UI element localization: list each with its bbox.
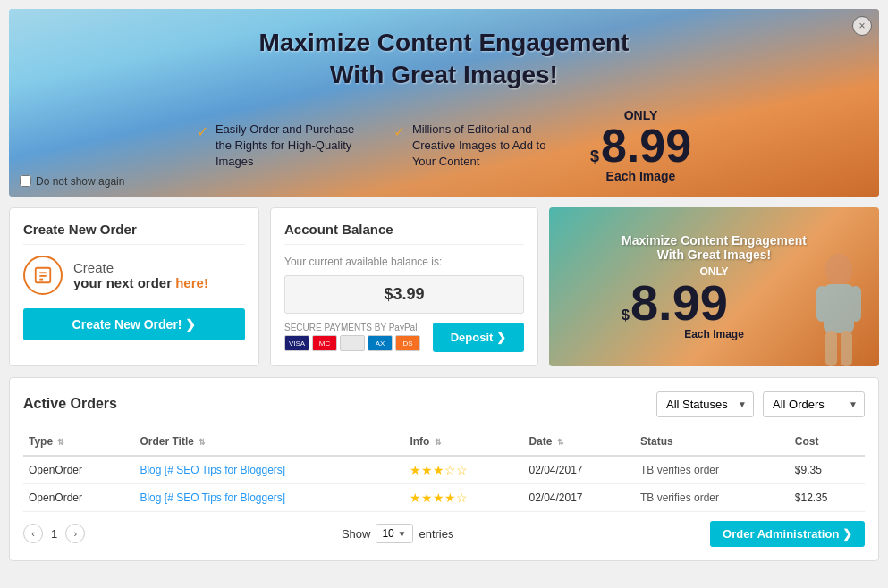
show-label: Show [342, 527, 371, 541]
orders-title: Active Orders [23, 396, 647, 412]
ad-title: Maximize Content Engagement With Great I… [622, 233, 807, 262]
entries-label: entries [419, 527, 453, 541]
card3-icon [340, 335, 365, 351]
cell-status: TB verifies order [635, 483, 790, 511]
order-title-link[interactable]: Blog [# SEO Tips for Bloggers] [140, 464, 285, 476]
banner-features: ✓ Easily Order and Purchase the Rights f… [36, 108, 852, 183]
ad-price-row: $ 8.99 [622, 278, 807, 328]
order-here-link[interactable]: here! [175, 275, 208, 290]
order-type-filter[interactable]: All Orders OpenOrder ClosedOrder [763, 391, 865, 417]
order-line2-prefix: your next order [73, 275, 175, 290]
sort-info-icon[interactable]: ⇅ [435, 438, 442, 447]
sort-date-icon[interactable]: ⇅ [557, 438, 564, 447]
svg-point-4 [825, 254, 852, 286]
payment-row: SECURE PAYMENTS BY PayPal VISA MC AX DS … [284, 323, 524, 352]
create-order-card: Create New Order Create your next order … [9, 207, 259, 366]
col-info: Info ⇅ [404, 428, 523, 456]
discover-icon: DS [395, 335, 420, 351]
orders-table: Type ⇅ Order Title ⇅ Info ⇅ Date ⇅ [23, 428, 865, 512]
cell-title: Blog [# SEO Tips for Bloggers] [134, 456, 404, 484]
account-balance-card: Account Balance Your current available b… [270, 207, 538, 366]
paypal-label: SECURE PAYMENTS BY PayPal [284, 323, 420, 332]
price-row: $ 8.99 [590, 122, 691, 169]
paypal-section: SECURE PAYMENTS BY PayPal VISA MC AX DS [284, 323, 420, 351]
order-line1: Create [73, 260, 114, 275]
cell-title: Blog [# SEO Tips for Bloggers] [134, 483, 404, 511]
cell-info: ★★★☆☆ [404, 456, 523, 484]
ad-card: Maximize Content Engagement With Great I… [549, 207, 879, 366]
main-wrapper: × Maximize Content Engagement With Great… [9, 9, 879, 561]
svg-rect-8 [825, 331, 837, 366]
cell-type: OpenOrder [23, 456, 134, 484]
current-page: 1 [47, 527, 61, 541]
dollar-sign: $ [590, 147, 599, 166]
order-administration-button[interactable]: Order Administration ❯ [710, 521, 865, 547]
create-new-order-button[interactable]: Create New Order! ❯ [23, 308, 245, 340]
banner-feature-2: ✓ Millions of Editorial and Creative Ima… [393, 122, 554, 171]
entries-select[interactable]: 10 25 50 [376, 524, 413, 543]
deposit-button[interactable]: Deposit ❯ [433, 323, 524, 352]
svg-rect-7 [850, 286, 861, 322]
orders-table-body: OpenOrder Blog [# SEO Tips for Bloggers]… [23, 456, 865, 512]
stars-rating: ★★★★☆ [410, 491, 468, 505]
svg-rect-6 [816, 286, 827, 322]
status-filter[interactable]: All Statuses Pending In Progress Complet… [656, 391, 754, 417]
visa-icon: VISA [284, 335, 309, 351]
feature-text-2: Millions of Editorial and Creative Image… [412, 122, 554, 171]
svg-rect-5 [824, 284, 854, 333]
payment-cards: VISA MC AX DS [284, 335, 420, 351]
pagination: ‹ 1 › [23, 524, 85, 543]
ad-content: Maximize Content Engagement With Great I… [622, 233, 807, 340]
banner-content: Maximize Content Engagement With Great I… [36, 27, 852, 183]
account-balance-title: Account Balance [284, 222, 524, 245]
orders-header: Active Orders All Statuses Pending In Pr… [23, 391, 865, 417]
cell-cost: $9.35 [790, 456, 865, 484]
cell-cost: $12.35 [790, 483, 865, 511]
prev-page-button[interactable]: ‹ [23, 524, 43, 543]
ad-dollar: $ [622, 307, 630, 323]
info-columns: Create New Order Create your next order … [9, 207, 879, 366]
order-text: Create your next order here! [73, 260, 208, 290]
cell-status: TB verifies order [635, 456, 790, 484]
svg-rect-9 [841, 331, 852, 366]
check-icon-2: ✓ [393, 123, 405, 140]
create-order-title: Create New Order [23, 222, 245, 245]
price-value: 8.99 [601, 122, 691, 169]
col-type: Type ⇅ [23, 428, 134, 456]
banner-feature-1: ✓ Easily Order and Purchase the Rights f… [197, 122, 358, 171]
feature-text-1: Easily Order and Purchase the Rights for… [216, 122, 358, 171]
col-order-title: Order Title ⇅ [134, 428, 404, 456]
sort-type-icon[interactable]: ⇅ [57, 438, 64, 447]
balance-subtitle: Your current available balance is: [284, 256, 524, 268]
next-page-button[interactable]: › [65, 524, 85, 543]
sort-title-icon[interactable]: ⇅ [199, 438, 206, 447]
balance-amount: $3.99 [284, 275, 524, 314]
cell-date: 02/04/2017 [523, 483, 635, 511]
orders-table-header-row: Type ⇅ Order Title ⇅ Info ⇅ Date ⇅ [23, 428, 865, 456]
close-banner-button[interactable]: × [852, 16, 872, 36]
do-not-show-checkbox[interactable] [20, 175, 31, 187]
do-not-show-label: Do not show again [36, 175, 124, 188]
status-filter-wrap: All Statuses Pending In Progress Complet… [656, 391, 754, 417]
order-type-filter-wrap: All Orders OpenOrder ClosedOrder ▼ [763, 391, 865, 417]
col-date: Date ⇅ [523, 428, 635, 456]
cell-info: ★★★★☆ [404, 483, 523, 511]
amex-icon: AX [368, 335, 393, 351]
cell-date: 02/04/2017 [523, 456, 635, 484]
ad-price-value: 8.99 [630, 278, 728, 328]
orders-table-head: Type ⇅ Order Title ⇅ Info ⇅ Date ⇅ [23, 428, 865, 456]
active-orders-section: Active Orders All Statuses Pending In Pr… [9, 377, 879, 561]
stars-rating: ★★★☆☆ [410, 463, 468, 477]
do-not-show-row: Do not show again [20, 175, 124, 188]
table-footer: ‹ 1 › Show 10 25 50 ▼ entries Order Admi… [23, 521, 865, 547]
order-title-link[interactable]: Blog [# SEO Tips for Bloggers] [140, 491, 285, 504]
col-cost: Cost [790, 428, 865, 456]
banner-price: ONLY $ 8.99 Each Image [590, 108, 691, 183]
order-icon-row: Create your next order here! [23, 256, 245, 295]
banner-title: Maximize Content Engagement With Great I… [36, 27, 852, 92]
cell-type: OpenOrder [23, 483, 134, 511]
promo-banner: × Maximize Content Engagement With Great… [9, 9, 879, 197]
order-icon [23, 256, 63, 295]
mastercard-icon: MC [312, 335, 337, 351]
table-row: OpenOrder Blog [# SEO Tips for Bloggers]… [23, 456, 865, 484]
